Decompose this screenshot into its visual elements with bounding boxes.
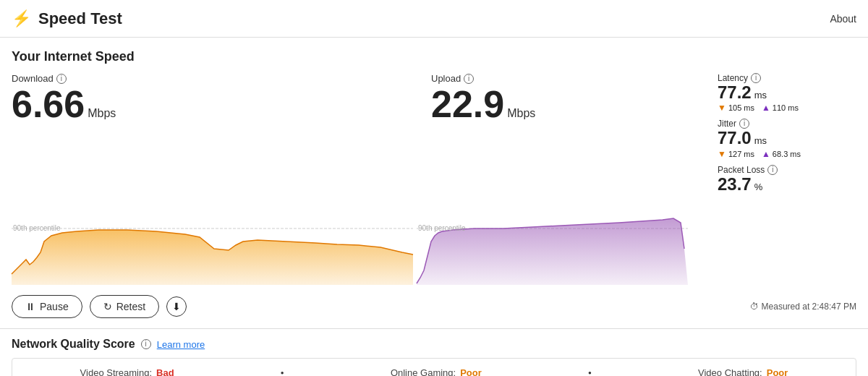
latency-stat: Latency i 77.2 ms ▼ 105 ms ▲ 110 ms <box>718 73 851 113</box>
streaming-label: Video Streaming: <box>80 367 153 376</box>
packet-loss-value-row: 23.7 % <box>718 175 851 194</box>
nq-title: Network Quality Score <box>12 338 135 351</box>
jitter-info-icon[interactable]: i <box>739 119 749 129</box>
download-info-icon[interactable]: i <box>56 74 67 84</box>
latency-info-icon[interactable]: i <box>751 73 761 83</box>
upload-percentile-label: 90th percentile <box>418 224 466 232</box>
upload-unit: Mbps <box>507 107 535 120</box>
network-quality-section: Network Quality Score i Learn more Video… <box>0 338 868 376</box>
upload-chart-svg <box>417 205 688 285</box>
latency-up-icon: ▲ <box>762 103 770 113</box>
pause-label: Pause <box>40 301 69 312</box>
app-title: Speed Test <box>38 9 122 28</box>
gaming-label: Online Gaming: <box>391 367 456 376</box>
logo-icon: ⚡ <box>12 9 31 28</box>
jitter-value-row: 77.0 ms <box>718 129 851 148</box>
download-section: Download i 6.66 Mbps <box>12 73 431 123</box>
speed-metrics: Download i 6.66 Mbps Upload i 22.9 Mbps <box>12 73 856 200</box>
packet-loss-stat: Packet Loss i 23.7 % <box>718 165 851 194</box>
upload-value: 22.9 <box>431 85 504 123</box>
buttons-row: ⏸ Pause ↻ Retest ⬇ ⏱ Measured at 2:48:47… <box>12 285 856 328</box>
jitter-down: ▼ 127 ms <box>718 149 754 159</box>
upload-section: Upload i 22.9 Mbps <box>431 73 706 123</box>
latency-unit: ms <box>754 90 767 101</box>
charts-container: 90th percentile 90th percentile <box>12 205 856 285</box>
side-stats: Latency i 77.2 ms ▼ 105 ms ▲ 110 ms <box>706 73 851 200</box>
packet-loss-info-icon[interactable]: i <box>767 165 778 175</box>
nq-info-icon[interactable]: i <box>141 339 151 349</box>
download-button[interactable]: ⬇ <box>166 296 187 317</box>
dot-2: ● <box>588 369 592 376</box>
download-chart: 90th percentile <box>12 205 417 285</box>
quality-item-gaming: Online Gaming: Poor <box>391 367 482 376</box>
packet-loss-unit: % <box>754 181 763 192</box>
download-chart-svg <box>12 205 413 285</box>
jitter-up-icon: ▲ <box>762 149 770 159</box>
nq-title-row: Network Quality Score i Learn more <box>12 338 856 351</box>
retest-button[interactable]: ↻ Retest <box>90 295 159 318</box>
header-logo-area: ⚡ Speed Test <box>12 9 122 28</box>
jitter-value: 77.0 <box>718 129 752 148</box>
jitter-unit: ms <box>754 135 767 146</box>
main-divider <box>0 328 868 329</box>
latency-up: ▲ 110 ms <box>762 103 799 113</box>
quality-item-streaming: Video Streaming: Bad <box>80 367 174 376</box>
jitter-up: ▲ 68.3 ms <box>762 149 801 159</box>
latency-value-row: 77.2 ms <box>718 83 851 102</box>
chatting-value: Poor <box>767 367 788 376</box>
jitter-stat: Jitter i 77.0 ms ▼ 127 ms ▲ 68.3 ms <box>718 119 851 158</box>
retest-label: Retest <box>116 301 145 312</box>
clock-icon: ⏱ <box>750 302 759 312</box>
packet-loss-value: 23.7 <box>718 175 752 194</box>
latency-down-icon: ▼ <box>718 103 726 113</box>
latency-label: Latency i <box>718 73 851 83</box>
upload-label: Upload i <box>431 73 706 84</box>
jitter-sub: ▼ 127 ms ▲ 68.3 ms <box>718 149 851 159</box>
upload-chart: 90th percentile <box>417 205 692 285</box>
download-percentile-label: 90th percentile <box>13 224 61 232</box>
gaming-value: Poor <box>460 367 482 376</box>
latency-value: 77.2 <box>718 83 752 102</box>
pause-icon: ⏸ <box>25 301 35 312</box>
measured-text: Measured at 2:48:47 PM <box>762 302 856 312</box>
pause-button[interactable]: ⏸ Pause <box>12 295 82 318</box>
download-value-row: 6.66 Mbps <box>12 85 431 123</box>
upload-value-row: 22.9 Mbps <box>431 85 706 123</box>
streaming-value: Bad <box>156 367 174 376</box>
page-title: Your Internet Speed <box>12 49 856 64</box>
about-link[interactable]: About <box>830 13 856 25</box>
jitter-label: Jitter i <box>718 119 851 129</box>
retest-icon: ↻ <box>103 301 112 312</box>
quality-item-chatting: Video Chatting: Poor <box>698 367 788 376</box>
download-area <box>12 230 413 285</box>
learn-more-link[interactable]: Learn more <box>157 339 205 350</box>
download-icon: ⬇ <box>172 301 181 312</box>
dot-1: ● <box>281 369 284 376</box>
upload-info-icon[interactable]: i <box>464 74 474 84</box>
latency-down: ▼ 105 ms <box>718 103 754 113</box>
packet-loss-label: Packet Loss i <box>718 165 851 175</box>
latency-sub: ▼ 105 ms ▲ 110 ms <box>718 103 851 113</box>
download-value: 6.66 <box>12 85 85 123</box>
app-header: ⚡ Speed Test About <box>0 0 868 38</box>
jitter-down-icon: ▼ <box>718 149 726 159</box>
main-content: Your Internet Speed Download i 6.66 Mbps… <box>0 38 868 328</box>
measured-info: ⏱ Measured at 2:48:47 PM <box>750 302 856 312</box>
chatting-label: Video Chatting: <box>698 367 762 376</box>
quality-bar: Video Streaming: Bad ● Online Gaming: Po… <box>12 358 856 376</box>
download-label: Download i <box>12 73 431 84</box>
download-unit: Mbps <box>88 107 116 120</box>
